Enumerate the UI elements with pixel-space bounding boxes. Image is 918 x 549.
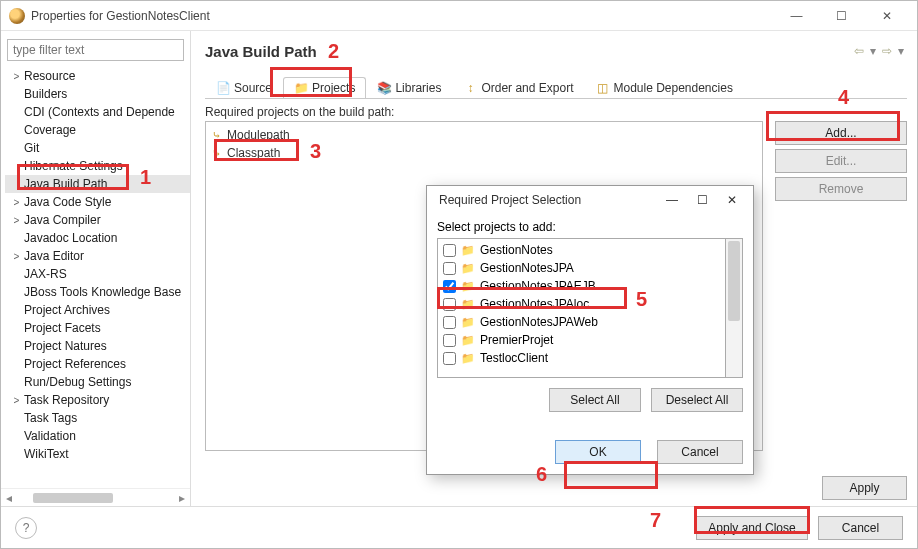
path-row[interactable]: ⤷Modulepath [212,126,756,144]
maximize-button[interactable]: ☐ [819,2,864,30]
horizontal-scrollbar[interactable]: ◂▸ [1,488,190,506]
tree-item[interactable]: Coverage [5,121,190,139]
tree-item-label: Java Editor [24,249,84,263]
project-checkbox[interactable] [443,244,456,257]
tree-item[interactable]: JAX-RS [5,265,190,283]
close-button[interactable]: ✕ [864,2,909,30]
project-row[interactable]: 📁TestlocClient [440,349,723,367]
expand-icon: > [11,215,22,226]
tree-item-label: Project Natures [24,339,107,353]
dialog-maximize[interactable]: ☐ [687,187,717,213]
page-title: Java Build Path [205,43,317,60]
tree-item[interactable]: Javadoc Location [5,229,190,247]
select-all-button[interactable]: Select All [549,388,641,412]
project-row[interactable]: 📁GestionNotes [440,241,723,259]
path-icon: ⤷ [212,129,221,142]
project-icon: 📁 [461,298,475,311]
left-panel: >ResourceBuildersCDI (Contexts and Depen… [1,31,191,506]
dialog-minimize[interactable]: — [657,187,687,213]
tree-item[interactable]: >Task Repository [5,391,190,409]
project-row[interactable]: 📁GestionNotesJPAWeb [440,313,723,331]
side-buttons: Add... Edit... Remove [775,121,907,470]
project-label: PremierProjet [480,333,553,347]
expand-icon [11,89,22,100]
project-checkbox[interactable] [443,262,456,275]
tree-item[interactable]: Project References [5,355,190,373]
tree-item[interactable]: Builders [5,85,190,103]
deselect-all-button[interactable]: Deselect All [651,388,743,412]
tab-projects[interactable]: 📁Projects [283,77,366,98]
expand-icon [11,233,22,244]
tab-libraries[interactable]: 📚Libraries [366,77,452,98]
tree-item-label: Project Archives [24,303,110,317]
project-row[interactable]: 📁GestionNotesJPA [440,259,723,277]
project-checkbox[interactable] [443,352,456,365]
minimize-button[interactable]: — [774,2,819,30]
tree-item[interactable]: WikiText [5,445,190,463]
tree-item-label: JBoss Tools Knowledge Base [24,285,181,299]
project-checkbox[interactable] [443,280,456,293]
dialog-close[interactable]: ✕ [717,187,747,213]
back-button[interactable]: ⇦ [851,44,867,58]
tree-item[interactable]: CDI (Contexts and Depende [5,103,190,121]
tree-item[interactable]: >Java Code Style [5,193,190,211]
tab-module-dependencies[interactable]: ◫Module Dependencies [584,77,743,98]
project-row[interactable]: 📁PremierProjet [440,331,723,349]
tree-item[interactable]: >Java Editor [5,247,190,265]
apply-and-close-button[interactable]: Apply and Close [696,516,808,540]
tree-item[interactable]: Run/Debug Settings [5,373,190,391]
expand-icon [11,179,22,190]
eclipse-icon [9,8,25,24]
tree-item[interactable]: Hibernate Settings [5,157,190,175]
tree-item[interactable]: Project Facets [5,319,190,337]
expand-icon [11,287,22,298]
add-button[interactable]: Add... [775,121,907,145]
tree-item[interactable]: Task Tags [5,409,190,427]
project-checkbox[interactable] [443,334,456,347]
expand-icon [11,161,22,172]
project-row[interactable]: 📁GestionNotesJPAloc [440,295,723,313]
tree-item[interactable]: >Resource [5,67,190,85]
tree-item[interactable]: Project Natures [5,337,190,355]
tree-item-label: Run/Debug Settings [24,375,131,389]
project-icon: 📁 [461,262,475,275]
tab-icon: ↕ [463,81,477,95]
filter-input[interactable] [7,39,184,61]
tab-icon: 📁 [294,81,308,95]
tree-item-label: Builders [24,87,67,101]
project-icon: 📁 [461,316,475,329]
forward-button[interactable]: ⇨ [879,44,895,58]
list-scrollbar[interactable] [726,238,743,378]
cancel-button[interactable]: Cancel [818,516,903,540]
help-button[interactable]: ? [15,517,37,539]
tree-item[interactable]: Java Build Path [5,175,190,193]
tree-item-label: Coverage [24,123,76,137]
path-row[interactable]: ⤷Classpath [212,144,756,162]
category-tree[interactable]: >ResourceBuildersCDI (Contexts and Depen… [1,67,190,488]
project-checkbox[interactable] [443,298,456,311]
tree-item[interactable]: Validation [5,427,190,445]
tree-item-label: Task Tags [24,411,77,425]
expand-icon [11,341,22,352]
tab-label: Source [234,81,272,95]
required-label: Required projects on the build path: [205,105,907,119]
project-checkbox[interactable] [443,316,456,329]
tree-item[interactable]: >Java Compiler [5,211,190,229]
project-label: GestionNotesJPAWeb [480,315,598,329]
expand-icon [11,413,22,424]
tree-item[interactable]: Git [5,139,190,157]
tree-item[interactable]: Project Archives [5,301,190,319]
back-menu[interactable]: ▾ [867,44,879,58]
forward-menu[interactable]: ▾ [895,44,907,58]
apply-button[interactable]: Apply [822,476,907,500]
expand-icon [11,125,22,136]
tab-order-and-export[interactable]: ↕Order and Export [452,77,584,98]
dialog-prompt: Select projects to add: [437,220,743,234]
project-list[interactable]: 📁GestionNotes📁GestionNotesJPA📁GestionNot… [437,238,726,378]
dialog-cancel-button[interactable]: Cancel [657,440,743,464]
ok-button[interactable]: OK [555,440,641,464]
tab-source[interactable]: 📄Source [205,77,283,98]
tree-item[interactable]: JBoss Tools Knowledge Base [5,283,190,301]
project-row[interactable]: 📁GestionNotesJPAEJB [440,277,723,295]
tree-item-label: Java Build Path [24,177,107,191]
